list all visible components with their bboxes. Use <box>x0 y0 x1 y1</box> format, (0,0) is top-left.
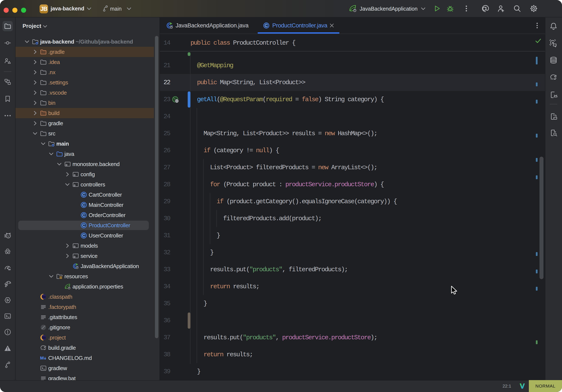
svg-text:M: M <box>40 356 44 360</box>
